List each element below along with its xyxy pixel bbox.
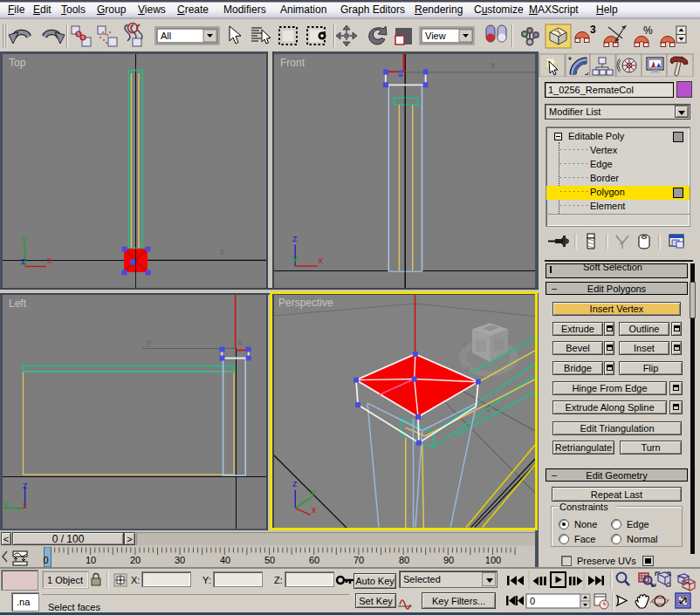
svg-text:z: z [23, 480, 28, 490]
svg-text:z: z [21, 256, 26, 266]
svg-text:0: 0 [530, 596, 535, 606]
svg-text:x: x [23, 500, 28, 510]
svg-text:60: 60 [309, 555, 319, 565]
svg-text:x: x [319, 255, 324, 265]
svg-text:100: 100 [485, 555, 501, 565]
svg-text:All: All [161, 31, 171, 41]
svg-text:90: 90 [443, 555, 454, 565]
svg-text:x: x [47, 255, 52, 265]
svg-text:y: y [3, 498, 9, 509]
svg-text:10: 10 [86, 555, 96, 565]
svg-text:x: x [491, 60, 495, 70]
svg-text:y: y [147, 338, 151, 347]
svg-text:30: 30 [175, 555, 185, 565]
svg-text:x: x [237, 338, 242, 347]
svg-text:%: % [643, 24, 653, 37]
svg-text:x: x [220, 247, 224, 256]
svg-text:40: 40 [220, 555, 230, 565]
svg-text:View: View [425, 31, 446, 41]
svg-text:50: 50 [264, 555, 275, 565]
svg-text:20: 20 [130, 555, 141, 565]
svg-text:z: z [292, 233, 298, 243]
svg-text:80: 80 [399, 555, 409, 565]
svg-text:70: 70 [353, 555, 364, 565]
svg-text:y: y [22, 234, 27, 244]
svg-text:0: 0 [43, 555, 48, 565]
svg-text:3: 3 [590, 24, 596, 36]
